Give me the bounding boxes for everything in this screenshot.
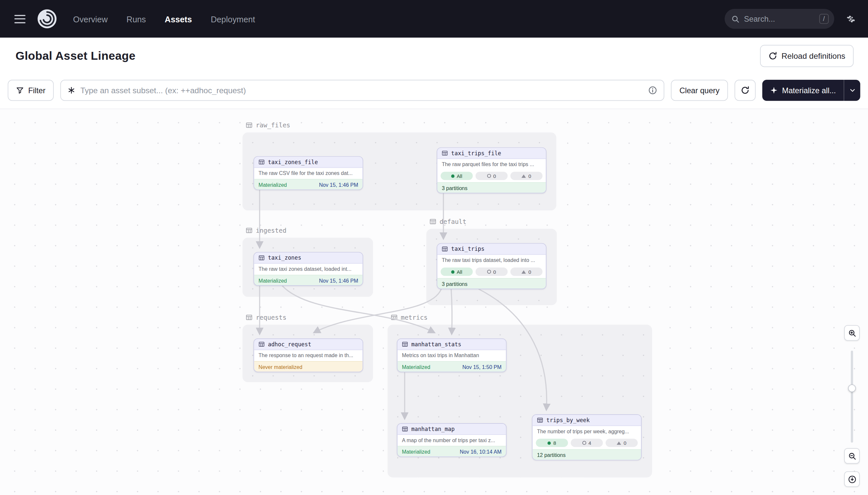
asset-node-header: adhoc_request	[254, 339, 363, 350]
partition-chip-materialized[interactable]: All	[441, 268, 473, 276]
table-icon	[402, 426, 408, 432]
chip-value: All	[457, 269, 462, 274]
asset-name: adhoc_request	[268, 341, 311, 347]
asset-name: manhattan_stats	[411, 341, 461, 347]
table-icon	[442, 150, 448, 156]
partition-chip-failed[interactable]: 0	[606, 439, 638, 447]
asset-node-adhoc-request[interactable]: adhoc_request The response to an request…	[253, 338, 363, 372]
ring-icon	[487, 174, 491, 178]
asset-name: trips_by_week	[547, 417, 590, 424]
chip-value: 0	[529, 173, 531, 178]
partition-chip-missing[interactable]: 4	[571, 439, 603, 447]
materialization-timestamp[interactable]: Nov 15, 1:46 PM	[319, 277, 358, 284]
partition-chip-missing[interactable]: 0	[476, 268, 508, 276]
gear-icon[interactable]	[845, 14, 856, 24]
asset-status-bar: Never materialized	[254, 361, 363, 372]
asset-status-bar: Materialized Nov 15, 1:46 PM	[254, 275, 363, 285]
hamburger-menu-icon[interactable]	[10, 9, 30, 29]
asset-name: manhattan_map	[411, 426, 455, 432]
materialization-timestamp[interactable]: Nov 15, 1:50 PM	[462, 364, 501, 370]
refresh-graph-button[interactable]	[734, 80, 756, 101]
asset-status-bar: Materialized Nov 15, 1:50 PM	[397, 361, 506, 372]
dagster-logo-icon[interactable]	[36, 8, 57, 29]
download-image-button[interactable]	[844, 471, 860, 487]
asset-status-bar: 3 partitions	[437, 182, 546, 193]
refresh-icon	[740, 86, 749, 95]
partition-chip-materialized[interactable]: 8	[536, 439, 568, 447]
status-label: Materialized	[259, 277, 287, 284]
partition-chip-failed[interactable]: 0	[510, 172, 543, 180]
nav-link-runs[interactable]: Runs	[127, 14, 146, 24]
clear-query-label: Clear query	[679, 86, 720, 95]
asset-node-header: taxi_trips	[437, 244, 546, 255]
dagster-app: Overview Runs Assets Deployment / Global…	[0, 0, 868, 495]
asset-node-taxi-zones-file[interactable]: taxi_zones_file The raw CSV file for the…	[253, 156, 363, 190]
chip-value: 0	[529, 269, 531, 274]
lineage-canvas[interactable]: raw_files ingested default requests metr…	[0, 109, 868, 495]
asset-name: taxi_zones_file	[268, 159, 318, 165]
partition-chip-failed[interactable]: 0	[510, 268, 543, 276]
materialize-all-button[interactable]: Materialize all...	[762, 80, 844, 101]
partition-chip-missing[interactable]: 0	[476, 172, 508, 180]
materialize-all-label: Materialize all...	[782, 86, 836, 95]
asset-name: taxi_trips	[451, 246, 484, 252]
nav-link-assets[interactable]: Assets	[165, 14, 192, 24]
table-icon	[442, 246, 448, 252]
asset-query-field	[60, 80, 664, 101]
asset-description: Metrics on taxi trips in Manhattan	[397, 350, 506, 361]
asset-description: A map of the number of trips per taxi z.…	[397, 435, 506, 446]
refresh-icon	[768, 52, 777, 61]
ring-icon	[487, 270, 491, 274]
zoom-out-button[interactable]	[844, 448, 860, 463]
asset-node-header: taxi_trips_file	[437, 148, 546, 159]
asset-node-taxi-zones[interactable]: taxi_zones The raw taxi zones dataset, l…	[253, 252, 363, 286]
triangle-icon	[617, 441, 622, 444]
zoom-in-icon	[848, 329, 856, 337]
asset-description: The number of trips per week, aggreg...	[532, 426, 641, 437]
global-search[interactable]: /	[725, 9, 834, 29]
reload-definitions-label: Reload definitions	[781, 52, 845, 61]
clear-query-button[interactable]: Clear query	[671, 80, 728, 101]
asset-node-manhattan-stats[interactable]: manhattan_stats Metrics on taxi trips in…	[397, 338, 507, 372]
zoom-slider-track[interactable]	[851, 351, 853, 443]
partition-chips: All 0 0	[437, 266, 546, 278]
asset-status-bar: Materialized Nov 16, 10:14 AM	[397, 446, 506, 456]
asset-description: The response to an request made in th...	[254, 350, 363, 361]
triangle-icon	[521, 174, 526, 177]
asset-description: The raw taxi trips dataset, loaded into …	[437, 255, 546, 266]
search-input[interactable]	[744, 14, 815, 23]
info-icon[interactable]	[649, 86, 657, 95]
filter-label: Filter	[28, 86, 46, 95]
materialize-options-button[interactable]	[844, 80, 861, 101]
filter-button[interactable]: Filter	[8, 80, 54, 101]
asset-name: taxi_zones	[268, 255, 301, 261]
partition-chip-materialized[interactable]: All	[441, 172, 473, 180]
table-icon	[259, 255, 265, 261]
nav-link-overview[interactable]: Overview	[73, 14, 108, 24]
nav-right: /	[725, 9, 856, 29]
asset-node-taxi-trips-file[interactable]: taxi_trips_file The raw parquet files fo…	[437, 148, 546, 193]
asset-node-manhattan-map[interactable]: manhattan_map A map of the number of tri…	[397, 423, 507, 457]
chip-value: 4	[588, 440, 591, 446]
zoom-in-button[interactable]	[844, 325, 860, 341]
top-nav: Overview Runs Assets Deployment /	[0, 0, 868, 38]
table-icon	[402, 341, 408, 347]
zoom-slider-thumb[interactable]	[848, 385, 856, 392]
materialization-timestamp[interactable]: Nov 16, 10:14 AM	[460, 448, 501, 455]
status-label: Materialized	[402, 364, 430, 370]
zoom-out-icon	[848, 452, 856, 460]
asset-node-trips-by-week[interactable]: trips_by_week The number of trips per we…	[532, 414, 642, 460]
search-shortcut-key: /	[819, 14, 829, 24]
reload-definitions-button[interactable]: Reload definitions	[760, 45, 854, 67]
materialization-timestamp[interactable]: Nov 15, 1:46 PM	[319, 182, 358, 188]
triangle-icon	[521, 270, 526, 273]
asset-query-input[interactable]	[81, 86, 644, 95]
asset-status-bar: Materialized Nov 15, 1:46 PM	[254, 179, 363, 189]
nav-link-deployment[interactable]: Deployment	[211, 14, 255, 24]
asset-node-taxi-trips[interactable]: taxi_trips The raw taxi trips dataset, l…	[437, 243, 546, 289]
green-dot-icon	[451, 270, 454, 273]
asset-name: taxi_trips_file	[451, 150, 501, 156]
partitions-count: 3 partitions	[442, 281, 467, 287]
nav-left: Overview Runs Assets Deployment	[10, 8, 255, 29]
status-label: Materialized	[259, 182, 287, 188]
